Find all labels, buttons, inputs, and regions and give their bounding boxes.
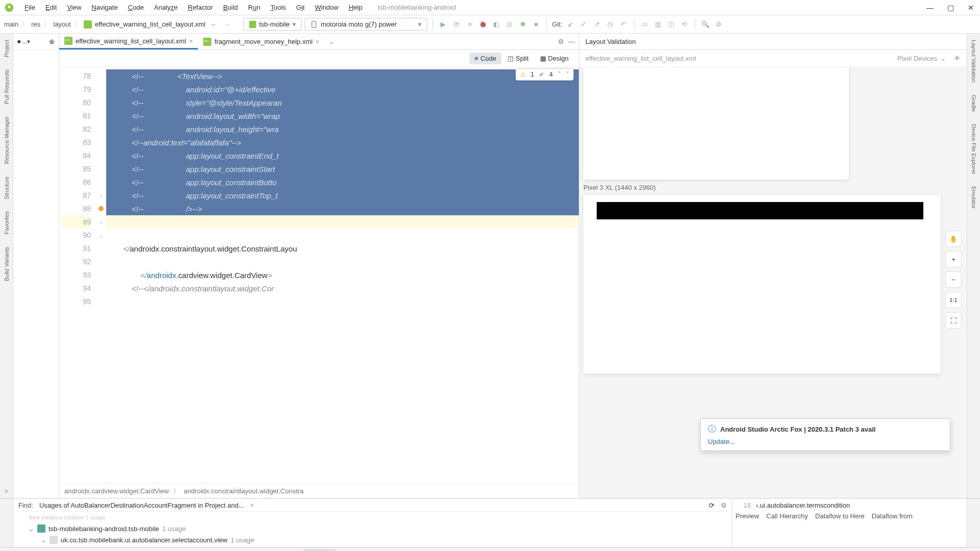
menu-window[interactable]: Window [310,2,344,13]
navigation-breadcrumb[interactable]: main〉 res〉 layout〉 effective_warning_lis… [4,20,206,29]
device-preview-1[interactable] [583,67,849,180]
editor-settings-icon[interactable]: ⚙ [558,38,564,45]
menu-tools[interactable]: Tools [265,2,291,13]
call-hierarchy-tab[interactable]: Call Hierarchy [766,512,808,520]
avd-manager-button[interactable]: ▭ [640,19,650,30]
profiler-button[interactable]: ⊙ [504,19,514,30]
find-refresh-icon[interactable]: ⟳ [709,502,715,509]
menu-refactor[interactable]: Refactor [183,2,218,13]
pixel-devices-dropdown[interactable]: Pixel Devices ⌄ [897,55,946,62]
nav-back-button[interactable]: ← [209,19,219,30]
code-view-button[interactable]: ≡ Code [470,53,502,64]
device-dropdown[interactable]: motorola moto g(7) power ▾ [305,18,427,31]
close-tab-icon[interactable]: × [315,38,320,45]
close-window-button[interactable]: ✕ [966,4,976,12]
debug-actions-button[interactable]: ≡ [464,19,475,30]
logcat-tab[interactable]: ≡ Logcat [197,549,231,552]
menu-git[interactable]: Git [291,2,310,13]
device-preview-2[interactable] [583,195,941,373]
menu-analyze[interactable]: Analyze [149,2,183,13]
bc-main[interactable]: main [4,20,18,28]
pan-button[interactable]: ✋ [945,231,962,247]
zoom-out-button[interactable]: − [945,271,962,288]
coverage-button[interactable]: ◧ [491,19,501,30]
run-tab[interactable]: ▶ Run [273,549,301,552]
tool-resource-manager[interactable]: Resource Manager [4,114,10,166]
update-link[interactable]: Update... [708,438,943,445]
menu-build[interactable]: Build [218,2,243,13]
sync-gradle-button[interactable]: ⟲ [679,19,690,30]
run-button[interactable]: ▶ [438,19,448,30]
code-editor[interactable]: 787980818283848586878889909192939495 ››⌄… [59,67,579,484]
zoom-in-button[interactable]: + [945,251,962,267]
tool-device-file-explorer[interactable]: Device File Explorer [971,122,977,176]
problems-tab[interactable]: ⊘ Problems [41,549,85,552]
nav-forward-button[interactable]: → [222,19,232,30]
git-history-button[interactable]: ◷ [605,19,616,30]
visibility-toggle-icon[interactable]: 👁 [954,55,961,62]
menu-view[interactable]: View [62,2,86,13]
locate-file-button[interactable]: ⊕ [49,38,55,45]
git-rollback-button[interactable]: ↶ [619,19,629,30]
tree-package-row[interactable]: ⌄ uk.co.tsb.mobilebank.ui.autobalancer.s… [18,534,727,545]
close-tab-icon[interactable]: × [189,37,193,45]
tool-gradle[interactable]: Gradle [971,93,977,114]
terminal-tab[interactable]: ▣ Terminal [117,549,158,552]
find-settings-icon[interactable]: ⚙ [721,502,727,509]
zoom-fit-button[interactable]: 1:1 [945,292,962,308]
dataflow-from-tab[interactable]: Dataflow from [872,512,913,520]
bc-res[interactable]: res [31,20,40,28]
menu-run[interactable]: Run [243,2,265,13]
project-scope-dd[interactable]: ■ ...▾ [17,38,30,45]
minimize-button[interactable]: — [925,4,935,12]
editor-hide-icon[interactable]: — [568,38,575,45]
resource-manager-button[interactable]: ◫ [666,19,676,30]
tool-project[interactable]: Project [4,38,10,59]
menu-help[interactable]: Help [344,2,368,13]
build-tab[interactable]: 🔨 Build [160,549,194,552]
stop-button[interactable]: ■ [531,19,541,30]
structure-breadcrumb[interactable]: androidx.cardview.widget.CardView 〉 andr… [59,484,579,498]
app-inspection-tab[interactable]: 🔬 App Inspection [337,549,398,552]
run-config-dropdown[interactable]: tsb-mobile ▾ [243,18,302,31]
preview-tab[interactable]: Preview [736,512,759,520]
editor-tab-1[interactable]: effective_warning_list_cell_layout.xml × [59,34,198,49]
maximize-button[interactable]: ▢ [945,4,955,12]
close-find-icon[interactable]: × [250,502,254,509]
fold-gutter[interactable]: ››⌄ [96,67,106,484]
todo-tab[interactable]: ≡ TODO [5,549,39,552]
attach-debugger-button[interactable]: ✱ [518,19,528,30]
layout-inspector-tab[interactable]: ◫ Layout Inspector [911,549,975,552]
design-view-button[interactable]: ▦ Design [535,53,574,64]
profiler-tab[interactable]: ◔ Profiler [233,549,271,552]
menu-edit[interactable]: Edit [40,2,62,13]
tool-structure[interactable]: Structure [4,174,10,202]
tool-favorites[interactable]: Favorites [4,209,10,236]
git-push-button[interactable]: ↗ [592,19,602,30]
search-everywhere-button[interactable]: 🔍 [700,19,710,30]
tree-file-row[interactable]: ⌄ AutoBalancerDestinationAccountFragment… [18,545,727,547]
expand-rail-button[interactable]: » [5,487,9,495]
inspection-widget[interactable]: ⚠1 ✔4 ˄˅ [516,68,574,81]
tab-list-dropdown[interactable]: ⌄ [325,38,338,45]
tree-module-row[interactable]: ⌄ tsb-mobilebanking-android.tsb-mobile 1… [18,523,727,534]
ide-settings-button[interactable]: ⚙ [714,19,724,30]
apply-changes-button[interactable]: ⟳ [451,19,461,30]
bc-file[interactable]: effective_warning_list_cell_layout.xml [95,20,206,28]
sdk-manager-button[interactable]: ▥ [653,19,663,30]
git-update-button[interactable]: ↙ [566,19,576,30]
bc-layout[interactable]: layout [53,20,71,28]
debug-button[interactable]: 🐞 [478,19,488,30]
tool-build-variants[interactable]: Build Variants [4,245,10,283]
find-tab[interactable]: 🔍 Find [303,549,335,552]
tool-layout-validation[interactable]: Layout Validation [971,38,977,85]
editor-tab-2[interactable]: fragment_move_money_help.xml × [198,35,325,49]
event-log-tab[interactable]: 💬 Event Log [861,549,909,552]
split-view-button[interactable]: ◫ Split [502,53,533,64]
zoom-actual-button[interactable]: ⛶ [945,312,962,329]
menu-navigate[interactable]: Navigate [86,2,122,13]
update-notification[interactable]: ⓘ Android Studio Arctic Fox | 2020.3.1 P… [700,418,950,451]
dataflow-to-tab[interactable]: Dataflow to Here [815,512,865,520]
git-tab[interactable]: ⎇ Git [87,549,114,552]
menu-code[interactable]: Code [123,2,149,13]
